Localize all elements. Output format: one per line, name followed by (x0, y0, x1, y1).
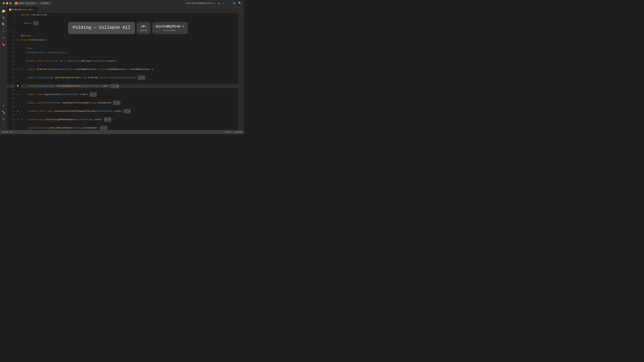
fold-arrow-54[interactable]: ▶ (21, 110, 24, 113)
winlin-shortcut: Ctrl+Shift+⊟ − (156, 24, 184, 28)
status-encoding[interactable]: UTF-8 (225, 131, 230, 133)
code-line-50: ▶ public List<CustomerOrder> getOrdersFo… (21, 101, 238, 105)
code-line-53 (21, 105, 238, 109)
fold-placeholder-3: ... (33, 21, 38, 25)
java-file-icon: J (9, 8, 12, 11)
activity-bar-bottom: ⊕ 🔧 ⚙ ⚠ (0, 103, 6, 129)
gear-icon[interactable]: ⚙ (223, 2, 224, 5)
app-chevron: ∨ (215, 2, 216, 4)
more-options-icon[interactable]: ⋮ (227, 2, 230, 5)
fold-arrow-44[interactable]: ▶ (21, 93, 24, 96)
activity-run[interactable]: ▷ (0, 28, 6, 34)
branch-name: main (43, 2, 48, 4)
code-line-63 (21, 113, 238, 117)
fold-arrow-24[interactable]: ▶ (21, 76, 24, 79)
activity-warning[interactable]: ⚠ (0, 123, 6, 129)
gutter: ▶ ▶ 💡 ▶ ▶ ▶ (16, 13, 20, 130)
activity-git[interactable] (0, 15, 6, 21)
tab-bar-more-icon[interactable]: ⋯ (239, 8, 242, 11)
search-icon[interactable]: 🔍 (238, 2, 242, 5)
fold-placeholder-44: {...} (90, 92, 97, 97)
gutter-run-icon-13[interactable]: ▶ (16, 38, 20, 42)
maximize-button[interactable] (10, 2, 12, 4)
code-line-54: ▶ private static void cancelOrderItemsIf… (21, 109, 238, 113)
editor-area: J OrderService.java × ⋯ ✓ 1 2 3 11 12 13… (7, 7, 244, 130)
code-line-17 (21, 55, 238, 59)
fold-arrow-20[interactable]: ▶ (21, 68, 24, 71)
code-line-20: ▶ public OrderService(OrderRepository or… (21, 67, 238, 71)
macos-shortcut: ⇧⌘- (141, 24, 147, 28)
activity-settings[interactable]: ⚙ (0, 116, 6, 122)
fold-placeholder-24: {...} (138, 75, 145, 80)
fold-arrow-3[interactable]: ▶ (21, 22, 24, 25)
status-bar: 38:68 LF UTF-8 4 spaces (0, 130, 244, 134)
fold-placeholder-38: {...} (110, 84, 118, 88)
code-line-64: ▶ private void clearInvalidPhoneNumber(C… (21, 117, 238, 122)
gutter-bulb-icon-38[interactable]: 💡 (16, 84, 20, 88)
activity-explorer[interactable]: 📁 (0, 8, 6, 14)
status-position[interactable]: 38:68 (2, 131, 8, 133)
status-bar-right: UTF-8 4 spaces (225, 131, 242, 133)
editor-content: 1 2 3 11 12 13 14 15 16 17 18 19 20 23 2… (7, 13, 244, 130)
right-sidebar: ✓ (238, 13, 244, 130)
repo-name: order-service (18, 2, 34, 4)
code-line-74 (21, 122, 238, 126)
os-icon: OS (15, 2, 18, 5)
code-line-15: final (21, 46, 238, 50)
code-line-1: package com.maritvan... (21, 13, 238, 17)
activity-layers[interactable]: ⊕ (0, 103, 6, 109)
svg-point-2 (4, 17, 4, 17)
svg-point-0 (2, 17, 3, 17)
activity-search[interactable]: 🔍 (0, 21, 6, 27)
activity-extensions[interactable]: ⊞ (0, 35, 6, 41)
tab-orderservice[interactable]: J OrderService.java × (7, 7, 38, 12)
fold-placeholder-50: {...} (113, 100, 120, 105)
code-line-14 (21, 42, 238, 46)
activity-bar: 📁 🔍 ▷ ⊞ 🔖 ⊕ 🔧 ⚙ ⚠ (0, 7, 7, 130)
activity-bookmark[interactable]: 🔖 (0, 41, 6, 48)
check-mark: ✓ (242, 8, 244, 11)
title-bar: OS order-service ∨ ⎇ main ∨ OrderService… (0, 0, 244, 7)
code-line-16: OrderRepository orderRepository; (21, 50, 238, 55)
tab-close-icon[interactable]: × (34, 8, 36, 11)
gutter-run-icon-20[interactable]: ▶ (16, 67, 20, 71)
code-line-23 (21, 71, 238, 76)
tooltip-macos: ⇧⌘- macOS (137, 22, 150, 34)
account-icon[interactable]: 👤 (232, 2, 236, 5)
repo-badge[interactable]: OS order-service ∨ (14, 1, 38, 5)
line-numbers: 1 2 3 11 12 13 14 15 16 17 18 19 20 23 2… (7, 13, 16, 130)
code-line-24: ▶ public CustomerOrder getOrderByOrderId… (21, 76, 238, 80)
run-config: OrderServiceApplication ∨ (186, 2, 216, 4)
tooltip-overlay: Folding → Collapse All ⇧⌘- macOS Ctrl+Sh… (68, 22, 188, 34)
text-cursor (118, 85, 118, 87)
code-line-44: ▶ public void registerOrder(CustomerOrde… (21, 92, 238, 96)
code-line-49 (21, 96, 238, 101)
tooltip-action: Folding → Collapse All (68, 22, 135, 34)
gutter-run-icon-64[interactable]: ▶ (16, 117, 20, 122)
code-area[interactable]: package com.maritvan... ▶ import ... @Se… (20, 13, 238, 130)
fold-placeholder-75: {...} (100, 126, 107, 130)
title-bar-right: OrderServiceApplication ∨ ▶ ⚙ ⋮ 👤 🔍 (186, 1, 242, 5)
gutter-run-icon-44[interactable]: ▶ (16, 92, 20, 96)
status-indent[interactable]: 4 spaces (233, 131, 242, 133)
gutter-run-icon-54[interactable]: ▶ (16, 109, 20, 113)
code-line-38: ▶ private CustomerOrder checkAndUpdateOr… (21, 84, 238, 88)
fold-arrow-64[interactable]: ▶ (21, 118, 24, 121)
branch-chevron: ∨ (49, 2, 50, 4)
run-button[interactable]: ▶ (218, 1, 220, 5)
tooltip-winlin: Ctrl+Shift+⊟ − Win/Linux (152, 22, 188, 34)
fold-arrow-50[interactable]: ▶ (21, 102, 24, 104)
activity-tools[interactable]: 🔧 (0, 109, 6, 115)
minimize-button[interactable] (6, 2, 8, 4)
branch-badge[interactable]: ⎇ main ∨ (39, 1, 51, 5)
editor-check-icon: ✓ (240, 14, 242, 17)
main-layout: 📁 🔍 ▷ ⊞ 🔖 ⊕ 🔧 ⚙ ⚠ J Ord (0, 7, 244, 130)
winlin-label: Win/Linux (164, 29, 176, 32)
code-line-13: class OrderService { (21, 38, 238, 42)
traffic-lights (3, 2, 12, 4)
close-button[interactable] (3, 2, 5, 4)
repo-chevron: ∨ (35, 2, 36, 4)
fold-arrow-75[interactable]: ▶ (21, 127, 24, 129)
status-line-ending[interactable]: LF (10, 131, 12, 133)
fold-arrow-38[interactable]: ▶ (21, 85, 24, 87)
